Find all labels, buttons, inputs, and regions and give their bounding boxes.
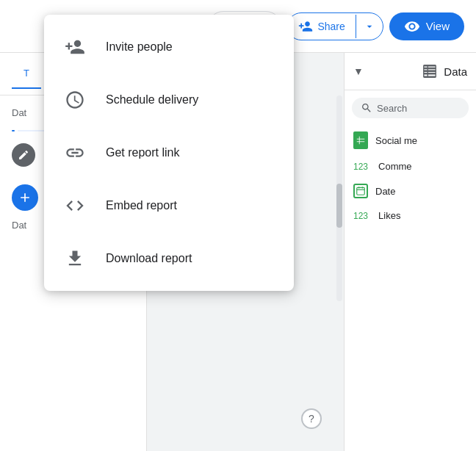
sheets-icon xyxy=(356,135,366,145)
right-panel-title: Data xyxy=(444,65,467,78)
share-main-button[interactable]: Share xyxy=(288,13,355,40)
add-icon xyxy=(18,190,32,205)
dropdown-item-embed[interactable]: Embed report xyxy=(44,179,294,232)
cal-svg xyxy=(356,186,366,196)
help-icon[interactable]: ? xyxy=(301,408,322,429)
chevron-down-icon xyxy=(364,21,375,32)
share-button-group: Share xyxy=(287,12,383,40)
person-add-small-icon xyxy=(298,19,313,34)
get-report-link-label: Get report link xyxy=(106,146,179,159)
dropdown-menu: Invite people Schedule delivery Get repo… xyxy=(44,15,294,291)
pencil-icon xyxy=(18,149,29,161)
panel-chevron-icon[interactable]: ▼ xyxy=(353,65,364,77)
schedule-delivery-label: Schedule delivery xyxy=(106,93,198,107)
calendar-icon xyxy=(353,184,368,198)
list-item-label: Social me xyxy=(375,135,417,146)
person-add-icon xyxy=(62,34,88,60)
list-item-label: Likes xyxy=(378,210,400,221)
code-icon xyxy=(62,192,88,219)
download-report-label: Download report xyxy=(106,252,192,265)
list-item[interactable]: 123 Comme xyxy=(345,155,476,178)
dropdown-item-schedule[interactable]: Schedule delivery xyxy=(44,73,294,126)
svg-rect-9 xyxy=(357,187,365,195)
list-item[interactable]: Social me xyxy=(345,126,476,155)
invite-people-label: Invite people xyxy=(106,40,173,54)
download-icon xyxy=(62,245,88,272)
scrollbar-thumb xyxy=(336,184,342,228)
sheet-icon xyxy=(353,131,368,149)
add-icon-circle[interactable] xyxy=(12,184,38,211)
dropdown-item-download[interactable]: Download report xyxy=(44,232,294,285)
number-badge: 123 xyxy=(353,162,368,172)
link-icon xyxy=(62,140,88,166)
data-table-icon xyxy=(422,63,438,79)
right-panel: ▼ Data Search Social me 123 xyxy=(344,53,476,451)
right-panel-header: ▼ Data xyxy=(345,53,476,90)
share-label: Share xyxy=(317,21,345,32)
dropdown-item-invite[interactable]: Invite people xyxy=(44,21,294,73)
edit-icon-circle[interactable] xyxy=(12,143,35,167)
embed-report-label: Embed report xyxy=(106,199,177,212)
number-badge: 123 xyxy=(353,211,368,221)
search-icon xyxy=(361,102,372,114)
list-item-label: Comme xyxy=(378,161,412,172)
dropdown-item-link[interactable]: Get report link xyxy=(44,126,294,179)
list-item[interactable]: 123 Likes xyxy=(345,204,476,227)
list-item-label: Date xyxy=(375,186,395,197)
list-item[interactable]: Date xyxy=(345,178,476,204)
left-tab[interactable]: T xyxy=(12,59,41,89)
view-label: View xyxy=(426,20,450,32)
eye-icon xyxy=(404,18,420,35)
svg-rect-5 xyxy=(357,137,365,145)
share-dropdown-arrow[interactable] xyxy=(356,15,383,38)
search-box[interactable]: Search xyxy=(352,98,469,118)
clock-icon xyxy=(62,87,88,113)
search-placeholder: Search xyxy=(377,103,407,114)
scrollbar[interactable] xyxy=(336,95,342,301)
view-button[interactable]: View xyxy=(389,12,464,40)
